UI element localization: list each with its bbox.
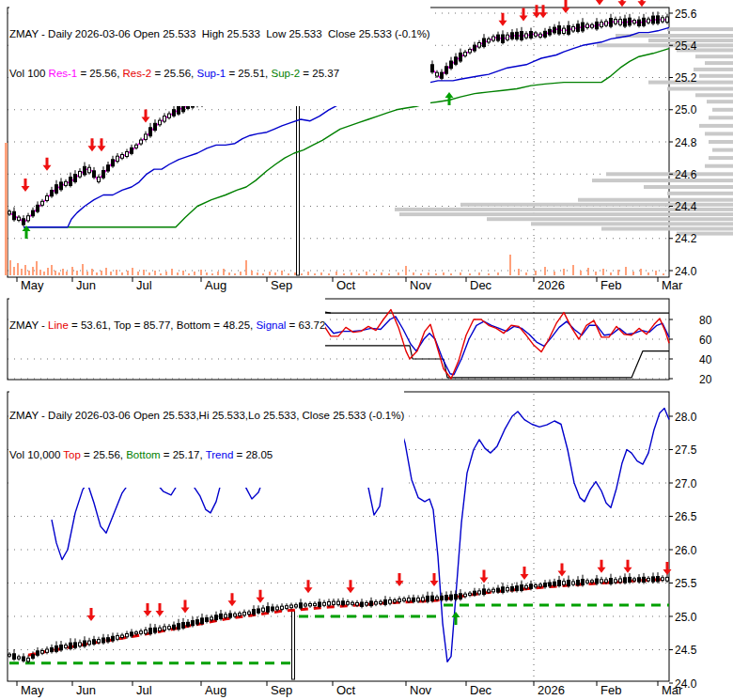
header-token: Sup-2: [271, 68, 300, 79]
header-token: Res-2: [123, 68, 152, 79]
svg-text:28.0: 28.0: [675, 411, 697, 424]
svg-text:27.5: 27.5: [675, 443, 697, 457]
price-error-spike: [297, 101, 300, 275]
header-token: = 63.72: [286, 319, 325, 331]
svg-text:24.6: 24.6: [675, 168, 697, 181]
svg-text:2026: 2026: [538, 683, 565, 697]
header-token: Bottom: [126, 449, 160, 460]
buy-arrows: [23, 92, 454, 239]
trend-y-axis: 28.027.527.026.526.025.525.024.524.0: [669, 411, 697, 691]
header-token: Vol 10,000: [9, 449, 63, 460]
svg-text:May: May: [21, 683, 44, 697]
svg-text:Dec: Dec: [470, 278, 492, 292]
header-token: = 25.17,: [161, 449, 206, 460]
header-token: = 25.56,: [77, 68, 122, 79]
svg-text:25.0: 25.0: [675, 611, 697, 624]
svg-text:Jul: Jul: [136, 278, 152, 292]
price-header-line1: ZMAY - Daily 2026-03-06 Open 25.533 High…: [9, 27, 430, 40]
header-token: Line: [48, 319, 69, 331]
svg-text:26.5: 26.5: [675, 510, 697, 523]
svg-text:25.4: 25.4: [675, 39, 697, 53]
svg-text:2026: 2026: [538, 278, 565, 292]
oscillator-panel-header: ZMAY - Line = 53.61, Top = 85.77, Bottom…: [9, 292, 325, 358]
price-x-axis: MayJunJulAugSepOctNovDec2026FebMar: [17, 277, 683, 292]
header-token: Vol 100: [9, 68, 49, 79]
svg-text:Sep: Sep: [271, 683, 292, 697]
price-y-axis: 25.625.425.225.024.824.624.424.224.0: [669, 8, 697, 278]
trend-sell-arrows: [87, 560, 672, 621]
svg-text:26.0: 26.0: [675, 544, 697, 557]
header-token: = 53.61, Top = 85.77, Bottom = 48.25,: [69, 319, 257, 331]
header-token: = 25.56,: [81, 449, 126, 460]
svg-text:Oct: Oct: [336, 683, 356, 697]
svg-text:24.8: 24.8: [675, 136, 697, 149]
svg-text:27.0: 27.0: [675, 477, 697, 490]
svg-text:60: 60: [699, 334, 712, 347]
svg-text:Feb: Feb: [600, 683, 621, 697]
svg-text:Nov: Nov: [410, 683, 432, 697]
price-header-line2: Vol 100 Res-1 = 25.56, Res-2 = 25.56, Su…: [9, 67, 430, 80]
header-token: Signal: [256, 319, 286, 331]
svg-text:Mar: Mar: [662, 683, 683, 697]
svg-text:80: 80: [699, 314, 712, 327]
svg-text:25.0: 25.0: [675, 103, 697, 117]
header-token: Trend: [206, 449, 234, 460]
header-token: ZMAY -: [9, 319, 48, 331]
header-token: Top: [63, 449, 81, 460]
svg-text:25.5: 25.5: [675, 577, 697, 590]
svg-text:Mar: Mar: [662, 278, 683, 292]
svg-text:20: 20: [699, 373, 712, 386]
trend-header-line2: Vol 10,000 Top = 25.56, Bottom = 25.17, …: [9, 448, 404, 461]
svg-text:24.0: 24.0: [675, 265, 697, 278]
oscillator-header-line1: ZMAY - Line = 53.61, Top = 85.77, Bottom…: [9, 319, 325, 332]
svg-text:Dec: Dec: [470, 683, 492, 697]
header-token: Sup-1: [197, 68, 226, 79]
header-token: = 25.37: [300, 68, 339, 79]
svg-text:Jul: Jul: [136, 683, 152, 697]
price-panel-header: ZMAY - Daily 2026-03-06 Open 25.533 High…: [9, 1, 430, 106]
trend-header-line1: ZMAY - Daily 2026-03-06 Open 25.533,Hi 2…: [9, 409, 404, 422]
header-token: Res-1: [49, 68, 78, 79]
svg-text:Aug: Aug: [205, 683, 226, 697]
svg-text:Jun: Jun: [76, 278, 96, 292]
svg-text:40: 40: [699, 353, 712, 366]
svg-text:Aug: Aug: [205, 278, 226, 292]
svg-text:24.5: 24.5: [675, 644, 697, 657]
svg-text:25.2: 25.2: [675, 71, 697, 85]
svg-text:Feb: Feb: [600, 278, 621, 292]
svg-text:May: May: [21, 278, 44, 292]
charting-app-window: 25.625.425.225.024.824.624.424.224.0MayJ…: [0, 0, 733, 700]
svg-text:Sep: Sep: [271, 278, 292, 292]
trend-buy-arrows: [452, 612, 460, 625]
svg-text:25.6: 25.6: [675, 8, 697, 21]
bottom-band-dashed: [9, 605, 669, 663]
header-token: = 25.56,: [151, 68, 196, 79]
header-token: = 28.05: [233, 449, 273, 460]
oscillator-y-axis: 80604020: [669, 314, 712, 386]
svg-text:Oct: Oct: [336, 278, 356, 292]
trend-panel-header: ZMAY - Daily 2026-03-06 Open 25.533,Hi 2…: [9, 382, 404, 488]
svg-text:24.2: 24.2: [675, 232, 697, 245]
trend-x-axis: MayJunJulAugSepOctNovDec2026FebMar: [17, 681, 683, 697]
svg-text:24.4: 24.4: [675, 200, 697, 213]
svg-text:Jun: Jun: [76, 683, 96, 697]
trend-error-spike: [292, 611, 295, 679]
svg-text:Nov: Nov: [410, 278, 432, 292]
header-token: = 25.51,: [226, 68, 271, 79]
